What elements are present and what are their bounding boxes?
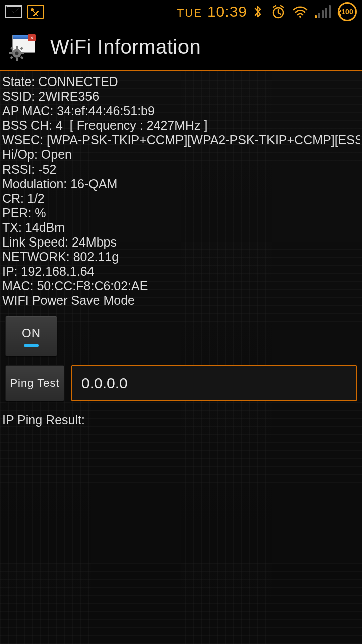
svg-point-1 <box>299 16 301 18</box>
row-network: NETWORK: 802.11g <box>2 250 360 264</box>
app-title-bar: × WiFi Information <box>0 23 362 71</box>
wifi-icon <box>293 6 308 18</box>
svg-point-3 <box>15 52 19 55</box>
svg-rect-4 <box>16 46 18 49</box>
ping-test-button-label: Ping Test <box>10 377 59 390</box>
ping-result-row: IP Ping Result: <box>0 406 362 434</box>
row-psm: WIFI Power Save Mode <box>2 293 360 308</box>
svg-rect-5 <box>16 58 18 61</box>
row-state: State: CONNECTED <box>2 74 360 89</box>
row-mod: Modulation: 16-QAM <box>2 177 360 191</box>
status-bar: TUE 10:39 100 <box>0 0 362 23</box>
power-save-toggle-label: ON <box>22 326 41 340</box>
gear-icon <box>9 46 24 61</box>
toggle-indicator <box>24 344 39 347</box>
battery-icon: 100 <box>338 2 357 21</box>
gallery-icon <box>27 5 44 19</box>
gmail-icon <box>5 5 22 18</box>
svg-rect-7 <box>21 52 24 54</box>
row-bssch: BSS CH: 4 [ Frequency : 2427MHz ] <box>2 118 360 133</box>
row-mac: MAC: 50:CC:F8:C6:02:AE <box>2 279 360 293</box>
ping-test-button[interactable]: Ping Test <box>5 365 64 401</box>
wifi-info-block: State: CONNECTED SSID: 2WIRE356 AP MAC: … <box>0 71 362 312</box>
cellular-signal-icon <box>315 5 331 18</box>
app-icon: × <box>9 33 38 61</box>
alarm-icon <box>270 4 286 19</box>
row-cr: CR: 1/2 <box>2 191 360 206</box>
row-apmac: AP MAC: 34:ef:44:46:51:b9 <box>2 104 360 118</box>
svg-rect-6 <box>9 52 12 54</box>
svg-rect-11 <box>10 56 13 59</box>
svg-rect-9 <box>20 56 23 59</box>
row-rssi: RSSI: -52 <box>2 162 360 177</box>
battery-percent: 100 <box>341 8 353 16</box>
row-ssid: SSID: 2WIRE356 <box>2 89 360 104</box>
row-linkspeed: Link Speed: 24Mbps <box>2 235 360 250</box>
row-ip: IP: 192.168.1.64 <box>2 264 360 279</box>
row-wsec: WSEC: [WPA-PSK-TKIP+CCMP][WPA2-PSK-TKIP+… <box>2 133 360 147</box>
row-tx: TX: 14dBm <box>2 220 360 235</box>
status-time-text: 10:39 <box>207 3 247 20</box>
power-save-toggle[interactable]: ON <box>5 316 57 356</box>
row-hiop: Hi/Op: Open <box>2 147 360 162</box>
status-day: TUE <box>177 7 204 20</box>
status-clock: TUE 10:39 <box>177 3 247 20</box>
ping-result-label: IP Ping Result: <box>2 413 85 427</box>
row-per: PER: % <box>2 206 360 220</box>
page-title: WiFi Information <box>50 36 201 58</box>
bluetooth-icon <box>252 4 263 19</box>
svg-rect-10 <box>20 47 23 50</box>
svg-rect-8 <box>10 47 13 50</box>
ping-address-input[interactable] <box>71 365 357 401</box>
